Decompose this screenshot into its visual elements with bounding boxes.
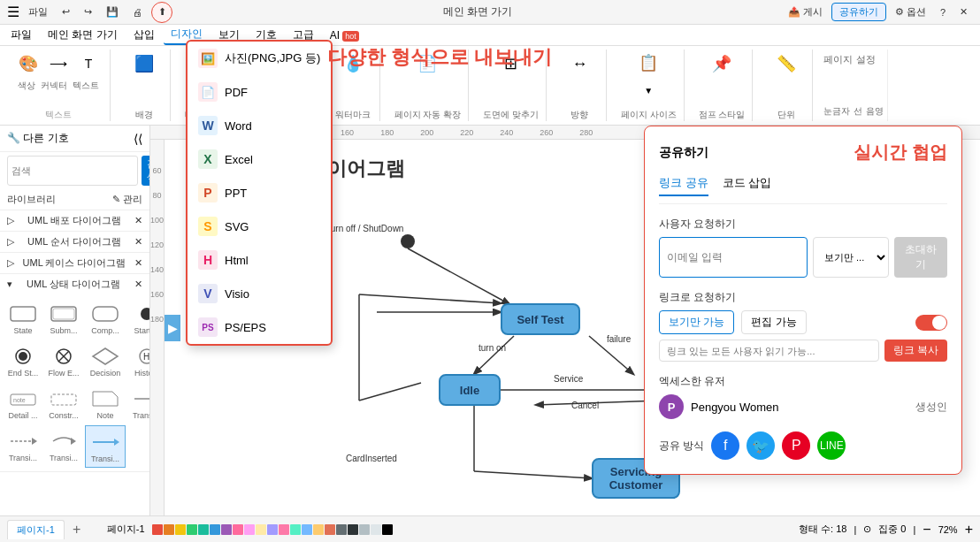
shape-transi3[interactable]: Transi... [44,425,83,468]
pinterest-share-btn[interactable]: P [782,431,810,460]
send-btn[interactable]: 📤 게시 [783,4,828,20]
link-url-input[interactable] [659,340,879,362]
add-page-btn[interactable]: + [68,521,86,538]
export-btn[interactable]: ⬆ [151,2,172,23]
shape-subm[interactable]: Subm... [44,298,83,339]
print-btn[interactable]: 🖨 [127,5,148,19]
shape-endst[interactable]: End St... [4,340,42,381]
uml-case-header[interactable]: ▷ UML 케이스 다이어그램 ✕ [0,253,149,273]
color-sky[interactable] [302,524,312,535]
export-html[interactable]: H Html [188,243,331,277]
facebook-share-btn[interactable]: f [711,431,739,460]
color-purple[interactable] [221,524,232,535]
share-tab-code[interactable]: 코드 삽입 [723,175,772,196]
export-visio[interactable]: V Visio [188,277,331,310]
page-size-icon[interactable]: 📋 [634,50,662,76]
section-close2[interactable]: ✕ [134,236,142,248]
color-green[interactable] [187,524,197,535]
color-sand[interactable] [313,524,324,535]
section-close[interactable]: ✕ [134,215,142,226]
nav-left-arrow[interactable]: ▶ [165,315,180,341]
link-toggle[interactable] [915,315,947,331]
shape-decision[interactable]: Decision [85,340,126,381]
menu-main[interactable]: 메인 화면 가기 [41,26,125,44]
shape-constr[interactable]: Constr... [44,383,83,424]
color-pink[interactable] [233,524,243,535]
text-icon[interactable]: T [74,50,103,78]
copy-link-button[interactable]: 링크 복사 [884,340,947,362]
color-silver[interactable] [359,524,370,535]
color-yellow[interactable] [175,524,186,535]
connector-icon[interactable]: ⟶ [44,50,73,78]
redo-btn[interactable]: ↪ [79,4,97,19]
menu-file[interactable]: 파일 [4,26,39,44]
shape-detail[interactable]: note Detail ... [4,383,42,424]
zoom-in-btn[interactable]: + [965,522,973,538]
link-perm-view[interactable]: 보기만 가능 [659,310,734,334]
shape-transi2[interactable]: Transi... [4,425,42,468]
help-btn[interactable]: ? [935,5,951,19]
shape-history[interactable]: H History [127,340,150,381]
export-ppt[interactable]: P PPT [188,176,331,210]
share-button[interactable]: 공유하기 [831,3,886,21]
color-orange[interactable] [164,524,174,535]
menu-insert[interactable]: 삽입 [126,26,162,44]
invite-button[interactable]: 초대하기 [894,237,947,278]
state-idle[interactable]: Idle [439,374,501,406]
color-salmon[interactable] [325,524,335,535]
undo-btn[interactable]: ↩ [57,4,75,19]
close-btn[interactable]: ✕ [954,4,973,19]
color-icon[interactable]: 🎨 [14,50,42,78]
color-mint[interactable] [290,524,301,535]
color-dark[interactable] [348,524,358,535]
color-red[interactable] [152,524,163,535]
shape-transi4[interactable]: Transi... [85,425,126,468]
unit-icon[interactable]: 📏 [772,50,800,78]
color-gray[interactable] [336,524,347,535]
shape-note[interactable]: Note [85,383,126,424]
color-light-yellow[interactable] [256,524,266,535]
file-menu[interactable]: 파일 [23,4,53,20]
color-periwinkle[interactable] [267,524,278,535]
twitter-share-btn[interactable]: 🐦 [746,431,775,460]
shape-start[interactable]: Start ... [127,298,150,339]
library-header[interactable]: 라이브러리 ✎ 관리 [0,189,149,210]
zoom-out-btn[interactable]: − [923,522,930,538]
color-light-gray[interactable] [371,524,381,535]
page-size-dropdown[interactable]: ▼ [634,78,662,104]
color-blue[interactable] [210,524,220,535]
color-teal[interactable] [198,524,209,535]
shape-state[interactable]: State [4,298,42,339]
color-black[interactable] [382,524,393,535]
export-ps[interactable]: PS PS/EPS [188,310,331,344]
uml-deploy-header[interactable]: ▷ UML 배포 다이어그램 ✕ [0,210,149,231]
shape-transi[interactable]: Transi... [127,383,150,424]
page-tab-1[interactable]: 페이지-1 [7,520,65,539]
background-icon[interactable]: 🟦 [130,50,158,78]
search-button[interactable]: 검색 [142,156,150,186]
search-input[interactable] [7,156,138,186]
export-svg[interactable]: S SVG [188,210,331,243]
export-word[interactable]: W Word [188,109,331,142]
email-input[interactable] [659,237,808,278]
color-lavender[interactable] [244,524,255,535]
link-perm-edit[interactable]: 편집 가능 [741,310,806,334]
share-tab-link[interactable]: 링크 공유 [659,175,708,196]
color-rose[interactable] [279,524,289,535]
section-close3[interactable]: ✕ [134,257,142,269]
collapse-btn[interactable]: ⟨⟨ [134,132,142,146]
uml-state-header[interactable]: ▾ UML 상태 다이어그램 ✕ [0,274,149,294]
permission-select[interactable]: 보기만 ... 편집 가능 [813,237,889,278]
line-share-btn[interactable]: LINE [817,431,846,460]
state-self-test[interactable]: Self Test [501,303,580,335]
export-pdf[interactable]: 📄 PDF [188,75,331,109]
menu-icon[interactable]: ☰ [7,4,19,20]
checkpoint-icon[interactable]: 📌 [708,50,736,78]
export-png[interactable]: 🖼️ 사진(PNG,JPG 등) [188,42,331,75]
settings-btn[interactable]: ⚙ 옵션 [890,4,931,20]
direction-icon[interactable]: ↔ [565,50,593,78]
save-btn[interactable]: 💾 [101,4,124,19]
uml-sequence-header[interactable]: ▷ UML 순서 다이어그램 ✕ [0,232,149,252]
shape-flow[interactable]: Flow E... [44,340,83,381]
export-excel[interactable]: X Excel [188,142,331,176]
